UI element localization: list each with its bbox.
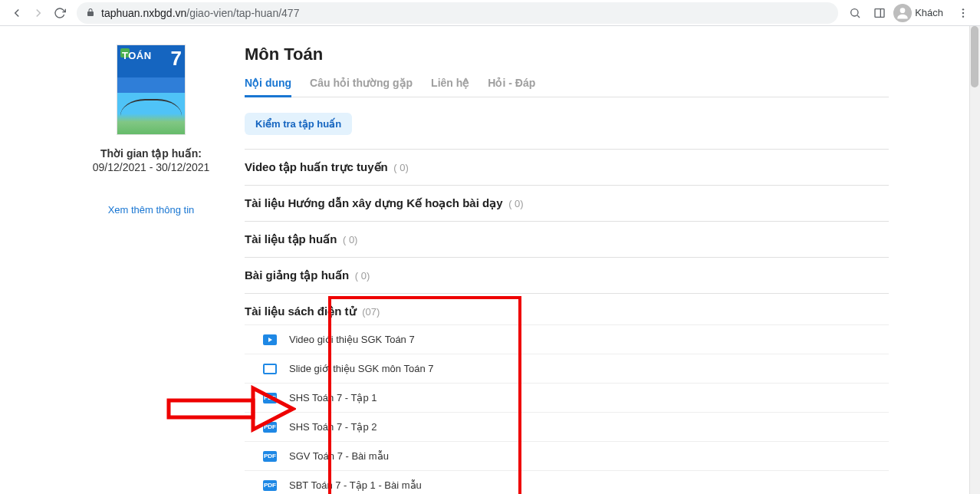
viewport: TOÁN 7 Thời gian tập huấn: 09/12/2021 - … — [0, 26, 980, 494]
resource-item[interactable]: PDF SBT Toán 7 - Tập 1 - Bài mẫu — [245, 471, 889, 494]
zoom-icon[interactable] — [844, 2, 866, 24]
back-button[interactable] — [6, 2, 28, 24]
section-lesson-plan-guide[interactable]: Tài liệu Hướng dẫn xây dựng Kế hoạch bài… — [245, 185, 889, 221]
pdf-icon: PDF — [263, 480, 277, 491]
svg-line-1 — [857, 15, 860, 18]
profile-chip[interactable]: Khách — [893, 4, 949, 22]
more-info-link[interactable]: Xem thêm thông tin — [108, 204, 195, 216]
resource-label: SBT Toán 7 - Tập 1 - Bài mẫu — [289, 479, 422, 491]
section-video-training[interactable]: Video tập huấn trực tuyến ( 0) — [245, 149, 889, 185]
video-icon — [263, 334, 277, 345]
section-training-lectures[interactable]: Bài giảng tập huấn ( 0) — [245, 257, 889, 293]
resource-item[interactable]: PDF SGV Toán 7 - Bài mẫu — [245, 442, 889, 471]
scrollbar-track[interactable] — [969, 26, 980, 494]
check-training-button[interactable]: Kiểm tra tập huấn — [245, 113, 352, 135]
main-content: Môn Toán Nội dung Câu hỏi thường gặp Liê… — [245, 44, 904, 494]
panel-icon[interactable] — [869, 2, 890, 24]
pdf-icon: PDF — [263, 393, 277, 403]
tab-lien-he[interactable]: Liên hệ — [431, 77, 469, 97]
training-period-value: 09/12/2021 - 30/12/2021 — [93, 161, 210, 173]
page-title: Môn Toán — [245, 44, 889, 64]
training-period-label: Thời gian tập huấn: — [93, 147, 210, 160]
avatar-icon — [893, 4, 912, 22]
url-text: taphuan.nxbgd.vn/giao-vien/tap-huan/477 — [101, 7, 299, 19]
pdf-icon: PDF — [263, 451, 277, 462]
slide-icon — [263, 364, 277, 374]
svg-point-6 — [962, 12, 964, 13]
tab-hoi-dap[interactable]: Hỏi - Đáp — [488, 77, 535, 97]
resource-label: Video giới thiệu SGK Toán 7 — [289, 334, 415, 345]
svg-point-5 — [962, 8, 964, 10]
sidebar: TOÁN 7 Thời gian tập huấn: 09/12/2021 - … — [76, 44, 245, 494]
resource-label: SGV Toán 7 - Bài mẫu — [289, 450, 389, 462]
resource-item[interactable]: PDF SHS Toán 7 - Tập 1 — [245, 384, 889, 413]
svg-point-0 — [851, 8, 858, 15]
svg-rect-2 — [875, 8, 884, 17]
section-training-docs[interactable]: Tài liệu tập huấn ( 0) — [245, 221, 889, 257]
resource-list: Video giới thiệu SGK Toán 7 Slide giới t… — [245, 324, 889, 494]
address-bar[interactable]: taphuan.nxbgd.vn/giao-vien/tap-huan/477 — [77, 2, 838, 24]
forward-button[interactable] — [28, 2, 49, 24]
resource-item[interactable]: Video giới thiệu SGK Toán 7 — [245, 324, 889, 354]
reload-button[interactable] — [49, 2, 71, 24]
book-cover: TOÁN 7 — [117, 44, 186, 135]
guest-label: Khách — [915, 7, 943, 18]
resource-item[interactable]: PDF SHS Toán 7 - Tập 2 — [245, 413, 889, 442]
tabs: Nội dung Câu hỏi thường gặp Liên hệ Hỏi … — [245, 77, 889, 97]
browser-toolbar: taphuan.nxbgd.vn/giao-vien/tap-huan/477 … — [0, 0, 980, 26]
resource-label: SHS Toán 7 - Tập 2 — [289, 421, 377, 433]
pdf-icon: PDF — [263, 422, 277, 433]
book-number: 7 — [171, 47, 182, 71]
book-title: TOÁN — [122, 50, 152, 61]
scrollbar-thumb[interactable] — [971, 26, 978, 87]
resource-item[interactable]: Slide giới thiệu SGK môn Toán 7 — [245, 354, 889, 384]
lock-icon — [86, 7, 95, 19]
resource-label: SHS Toán 7 - Tập 1 — [289, 392, 377, 403]
svg-point-4 — [900, 8, 906, 13]
tab-noi-dung[interactable]: Nội dung — [245, 77, 291, 97]
kebab-menu-icon[interactable] — [952, 2, 974, 24]
svg-point-7 — [962, 15, 964, 17]
tab-cau-hoi[interactable]: Câu hỏi thường gặp — [310, 77, 413, 97]
resource-label: Slide giới thiệu SGK môn Toán 7 — [289, 363, 433, 374]
section-ebook[interactable]: Tài liệu sách điện tử (07) Video giới th… — [245, 293, 889, 494]
